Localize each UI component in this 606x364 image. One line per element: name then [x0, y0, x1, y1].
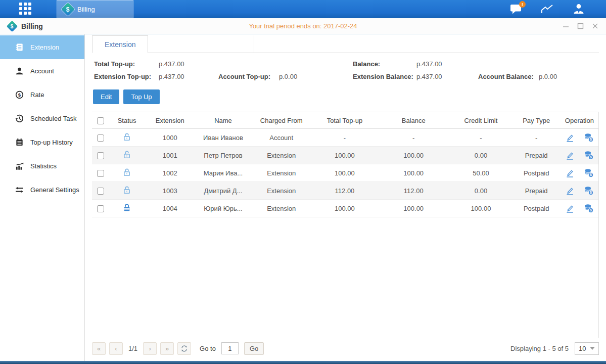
top-up-button[interactable]: Top Up [123, 89, 159, 104]
edit-icon[interactable] [565, 204, 575, 213]
user-icon[interactable] [572, 3, 586, 16]
col-name: Name [195, 112, 251, 129]
refresh-icon [180, 345, 188, 352]
summary-panel: Total Top-up: p.437.00 Balance: p.437.00… [92, 60, 599, 80]
credit-limit-cell: 0.00 [449, 147, 512, 164]
sidebar-item-rate[interactable]: $ Rate [0, 83, 84, 107]
app-grid-icon[interactable] [19, 3, 32, 16]
extension-table-wrap: Status Extension Name Charged From Total… [92, 112, 599, 338]
charged-from-cell: Extension [251, 182, 312, 200]
extension-cell: 1002 [145, 164, 195, 182]
line-chart-icon [541, 4, 554, 15]
pay-type-cell: Postpaid [512, 200, 561, 217]
pay-type-cell: Postpaid [512, 164, 561, 182]
row-checkbox[interactable] [97, 134, 104, 142]
goto-page-input[interactable] [221, 342, 239, 354]
row-checkbox[interactable] [97, 188, 104, 195]
last-page-button[interactable]: » [160, 342, 174, 355]
table-row[interactable]: 1001 Петр Петров Extension 100.00 100.00… [92, 147, 598, 164]
name-cell: Мария Ива... [195, 164, 251, 182]
reports-icon[interactable] [540, 3, 554, 16]
row-checkbox[interactable] [97, 170, 104, 177]
topup-icon[interactable]: $ [584, 132, 594, 143]
table-row[interactable]: 1002 Мария Ива... Extension 100.00 100.0… [92, 164, 598, 182]
name-cell: Юрий Юрь... [195, 200, 251, 217]
col-balance: Balance [378, 112, 449, 129]
edit-icon[interactable] [565, 186, 575, 196]
sidebar-item-topup-history[interactable]: Top-up History [0, 130, 84, 154]
close-icon[interactable] [591, 22, 599, 30]
status-lock-icon [122, 171, 131, 178]
page-size-value: 10 [579, 345, 586, 352]
sidebar-item-label: Scheduled Task [30, 115, 77, 122]
balance-cell: 100.00 [378, 200, 449, 217]
goto-label: Go to [200, 345, 216, 352]
select-all-checkbox[interactable] [97, 117, 104, 124]
account-balance-label: Account Balance: [478, 73, 539, 80]
total-topup-cell: 112.00 [312, 182, 378, 200]
col-pay-type: Pay Type [512, 112, 561, 129]
taskbar-item-billing[interactable]: $ Billing [57, 0, 133, 18]
balance-label: Balance: [353, 60, 416, 68]
account-topup-value: p.0.00 [279, 73, 353, 80]
col-operation: Operation [561, 112, 598, 129]
unlocked-icon [122, 132, 131, 142]
topup-icon[interactable]: $ [584, 203, 594, 213]
row-checkbox[interactable] [97, 205, 104, 212]
table-row[interactable]: 1000 Иван Иванов Account - - - - [92, 129, 598, 147]
displaying-info: Displaying 1 - 5 of 5 [510, 345, 569, 352]
pay-type-cell: Prepaid [512, 147, 561, 164]
credit-limit-cell: - [449, 129, 512, 147]
maximize-icon[interactable] [577, 22, 584, 30]
total-topup-cell: 100.00 [312, 164, 378, 182]
table-row[interactable]: 1004 Юрий Юрь... Extension 100.00 100.00… [92, 200, 598, 217]
go-button[interactable]: Go [244, 342, 264, 355]
topup-icon[interactable]: $ [584, 186, 594, 196]
charged-from-cell: Extension [251, 147, 312, 164]
next-page-button[interactable]: › [143, 342, 157, 355]
rate-icon: $ [15, 90, 24, 99]
first-page-button[interactable]: « [92, 342, 106, 355]
topup-icon[interactable]: $ [584, 150, 594, 160]
topup-icon[interactable]: $ [584, 168, 594, 178]
tab-label: Extension [105, 40, 135, 49]
sidebar-item-scheduled-task[interactable]: Scheduled Task [0, 107, 84, 130]
prev-page-button[interactable]: ‹ [109, 342, 123, 355]
pay-type-cell: - [512, 129, 561, 147]
extension-icon [15, 43, 24, 52]
edit-icon[interactable] [565, 133, 575, 143]
tab-extension[interactable]: Extension [92, 35, 148, 53]
dropdown-arrow-icon [590, 347, 595, 350]
sidebar-item-label: General Settings [30, 186, 79, 194]
tab-strip-spacer [148, 35, 254, 53]
table-row[interactable]: 1003 Дмитрий Д... Extension 112.00 112.0… [92, 182, 598, 200]
col-extension: Extension [145, 112, 195, 129]
balance-cell: - [378, 129, 449, 147]
window-title-group: $ Billing [8, 22, 43, 30]
page-size-select[interactable]: 10 [575, 342, 599, 355]
refresh-button[interactable] [177, 342, 191, 355]
col-credit-limit: Credit Limit [449, 112, 512, 129]
edit-button[interactable]: Edit [93, 89, 119, 104]
extension-balance-value: p.437.00 [416, 73, 478, 80]
sidebar-item-account[interactable]: Account [0, 59, 84, 83]
sidebar-item-label: Account [30, 67, 54, 75]
minimize-icon[interactable] [562, 22, 570, 30]
name-cell: Дмитрий Д... [195, 182, 251, 200]
extension-cell: 1004 [145, 200, 195, 217]
credit-limit-cell: 0.00 [449, 182, 512, 200]
topbar-right: ! [509, 0, 586, 18]
row-checkbox[interactable] [97, 152, 104, 159]
edit-icon[interactable] [565, 168, 575, 178]
sidebar-item-general-settings[interactable]: General Settings [0, 178, 84, 202]
extension-balance-label: Extension Balance: [353, 73, 416, 80]
main-content: Extension Total Top-up: p.437.00 Balance… [85, 34, 606, 361]
edit-icon[interactable] [565, 151, 575, 160]
sidebar-item-statistics[interactable]: Statistics [0, 154, 84, 178]
sidebar-item-extension[interactable]: Extension [0, 35, 84, 59]
svg-text:$: $ [590, 173, 592, 177]
window-title: Billing [21, 22, 43, 30]
extension-cell: 1001 [145, 147, 195, 164]
messages-icon[interactable]: ! [509, 3, 523, 16]
total-topup-label: Total Top-up: [94, 60, 159, 68]
